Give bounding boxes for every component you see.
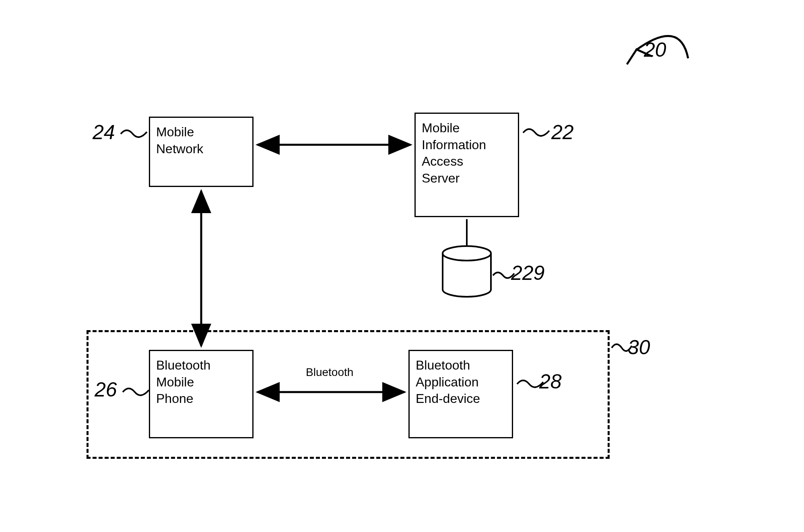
ref-label-28: 28 xyxy=(539,370,562,393)
ref-label-20: 20 xyxy=(644,38,666,62)
connector-label-bluetooth: Bluetooth xyxy=(306,366,353,379)
squiggle-24 xyxy=(121,130,147,137)
ref-label-26: 26 xyxy=(95,378,117,401)
ref-label-229: 229 xyxy=(511,261,544,285)
ref-label-22: 22 xyxy=(551,121,574,144)
node-mobile-info-server: MobileInformationAccessServer xyxy=(414,113,519,217)
node-mobile-network-label: MobileNetwork xyxy=(156,125,203,156)
ref-label-24: 24 xyxy=(93,121,115,144)
ref-label-30: 30 xyxy=(628,336,650,359)
node-mobile-network: MobileNetwork xyxy=(149,117,254,187)
squiggle-22 xyxy=(523,129,549,136)
node-mobile-info-server-label: MobileInformationAccessServer xyxy=(422,121,486,185)
database-icon xyxy=(443,246,491,297)
svg-point-2 xyxy=(443,246,491,261)
group-user-area xyxy=(87,330,610,459)
